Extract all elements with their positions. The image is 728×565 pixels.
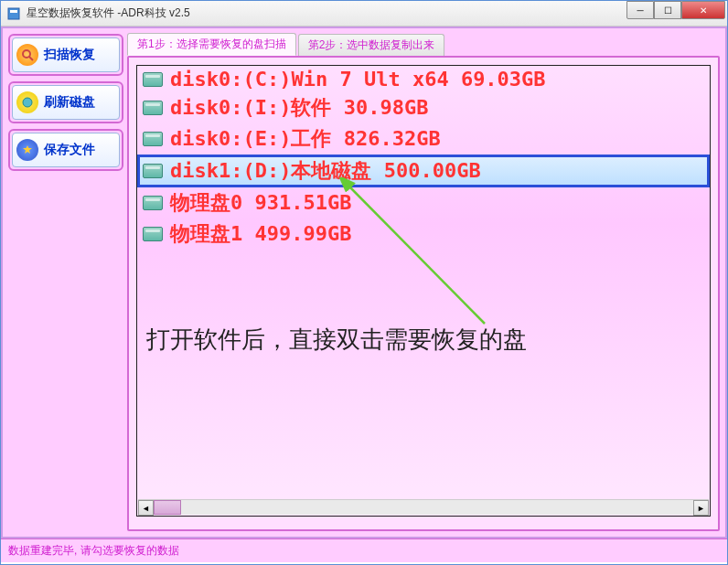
svg-rect-0: [8, 8, 19, 19]
disk-row[interactable]: disk0:(I:)软件 30.98GB: [137, 92, 710, 123]
tab-step2[interactable]: 第2步：选中数据复制出来: [298, 34, 445, 56]
disk-row[interactable]: 物理盘0 931.51GB: [137, 187, 710, 219]
disk-row[interactable]: disk0:(C:)Win 7 Ult x64 69.03GB: [137, 66, 710, 92]
svg-point-4: [23, 98, 32, 107]
tab-bar: 第1步：选择需要恢复的盘扫描 第2步：选中数据复制出来: [127, 34, 720, 56]
scroll-thumb[interactable]: [154, 500, 181, 515]
window-controls: ─ ☐ ✕: [626, 1, 725, 19]
disk-row[interactable]: 物理盘1 499.99GB: [137, 219, 710, 250]
window-title: 星空数据恢复软件 -ADR科技 v2.5: [27, 5, 727, 21]
disk-row[interactable]: disk0:(E:)工作 826.32GB: [137, 123, 710, 155]
app-icon: [6, 6, 21, 21]
disk-text: disk1:(D:)本地磁盘 500.00GB: [170, 157, 481, 185]
save-label: 保存文件: [44, 142, 95, 158]
svg-line-3: [29, 57, 33, 60]
scroll-left-button[interactable]: ◄: [138, 500, 154, 516]
scan-label: 扫描恢复: [44, 47, 95, 63]
disk-icon: [143, 196, 163, 210]
status-bar: 数据重建完毕, 请勾选要恢复的数据: [1, 538, 727, 562]
scroll-track[interactable]: [154, 500, 693, 515]
refresh-disk-button[interactable]: 刷新磁盘: [12, 85, 120, 120]
sidebar-panel-save: 保存文件: [8, 129, 123, 171]
save-file-button[interactable]: 保存文件: [12, 133, 120, 167]
horizontal-scrollbar[interactable]: ◄ ►: [138, 499, 709, 515]
disk-icon: [143, 164, 163, 178]
status-text: 数据重建完毕, 请勾选要恢复的数据: [8, 544, 179, 557]
disk-text: disk0:(I:)软件 30.98GB: [170, 94, 428, 122]
disk-icon: [143, 101, 163, 115]
svg-rect-1: [10, 10, 17, 13]
disk-list: disk0:(C:)Win 7 Ult x64 69.03GB disk0:(I…: [136, 65, 711, 517]
titlebar: 星空数据恢复软件 -ADR科技 v2.5 ─ ☐ ✕: [1, 1, 727, 27]
disk-text: 物理盘1 499.99GB: [170, 220, 351, 248]
disk-row-selected[interactable]: disk1:(D:)本地磁盘 500.00GB: [137, 155, 710, 187]
disk-text: 物理盘0 931.51GB: [170, 189, 351, 217]
save-icon: [16, 139, 38, 161]
sidebar-panel-refresh: 刷新磁盘: [8, 81, 123, 123]
refresh-icon: [16, 91, 38, 113]
svg-point-2: [23, 50, 30, 58]
disk-icon: [143, 72, 163, 87]
app-window: 星空数据恢复软件 -ADR科技 v2.5 ─ ☐ ✕ 扫描恢复: [0, 0, 728, 565]
svg-marker-5: [23, 145, 32, 154]
disk-text: disk0:(C:)Win 7 Ult x64 69.03GB: [170, 68, 546, 91]
scan-recover-button[interactable]: 扫描恢复: [12, 37, 120, 72]
scan-icon: [16, 44, 38, 66]
tab-step1[interactable]: 第1步：选择需要恢复的盘扫描: [127, 33, 296, 56]
maximize-button[interactable]: ☐: [654, 1, 681, 19]
instruction-text: 打开软件后，直接双击需要恢复的盘: [146, 324, 527, 356]
disk-icon: [143, 132, 163, 146]
sidebar: 扫描恢复 刷新磁盘 保存文件: [8, 34, 123, 531]
main-panel: 第1步：选择需要恢复的盘扫描 第2步：选中数据复制出来 disk0:(C:)Wi…: [127, 34, 720, 531]
close-button[interactable]: ✕: [681, 1, 725, 19]
step1-panel: disk0:(C:)Win 7 Ult x64 69.03GB disk0:(I…: [127, 56, 720, 531]
disk-icon: [143, 227, 163, 241]
sidebar-panel-scan: 扫描恢复: [8, 34, 123, 76]
disk-text: disk0:(E:)工作 826.32GB: [170, 125, 441, 153]
scroll-right-button[interactable]: ►: [693, 500, 709, 516]
refresh-label: 刷新磁盘: [44, 94, 95, 111]
content-area: 扫描恢复 刷新磁盘 保存文件: [1, 27, 727, 538]
minimize-button[interactable]: ─: [626, 1, 654, 19]
